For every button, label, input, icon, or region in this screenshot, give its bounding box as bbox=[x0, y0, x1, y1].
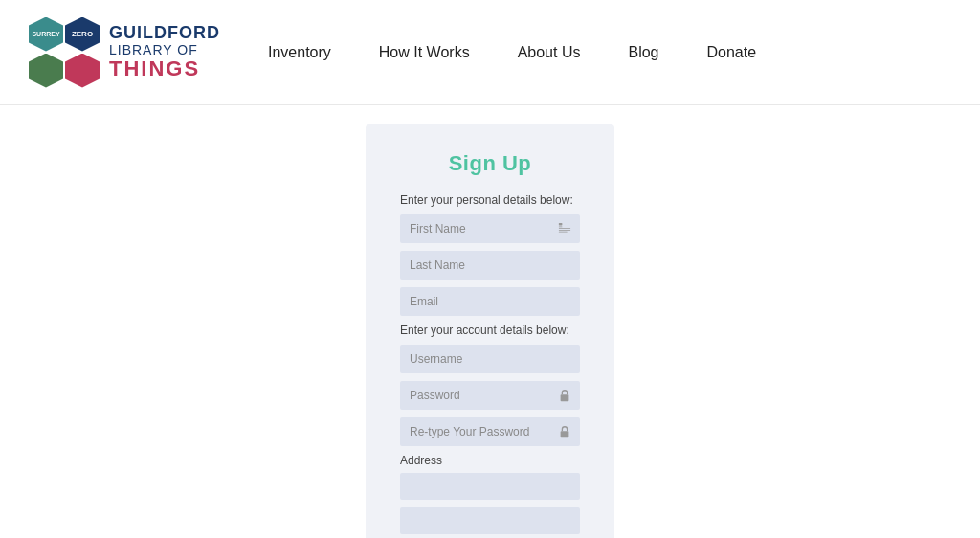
lock-icon bbox=[557, 388, 572, 403]
main-content: Sign Up Enter your personal details belo… bbox=[0, 105, 980, 538]
logo-library: LIBRARY OF bbox=[109, 43, 220, 57]
signup-card: Sign Up Enter your personal details belo… bbox=[366, 124, 614, 538]
svg-rect-5 bbox=[561, 394, 569, 401]
main-nav: Inventory How It Works About Us Blog Don… bbox=[268, 44, 756, 61]
logo-things: THINGS bbox=[109, 57, 220, 80]
svg-rect-6 bbox=[561, 431, 569, 437]
email-group bbox=[400, 287, 580, 316]
address-label: Address bbox=[400, 454, 580, 467]
last-name-input[interactable] bbox=[400, 251, 580, 280]
account-details-label: Enter your account details below: bbox=[400, 324, 580, 337]
logo-hexagons: SURREY ZERO bbox=[29, 17, 100, 88]
hex-surrey: SURREY bbox=[29, 17, 63, 52]
hex-pink bbox=[65, 54, 100, 88]
retype-password-group bbox=[400, 417, 580, 446]
email-input[interactable] bbox=[400, 287, 580, 316]
retype-password-input[interactable] bbox=[400, 417, 580, 446]
nav-about-us[interactable]: About Us bbox=[518, 44, 581, 61]
logo-guildford: GUILDFORD bbox=[109, 24, 220, 43]
signup-title: Sign Up bbox=[400, 151, 580, 176]
svg-rect-2 bbox=[559, 228, 570, 229]
site-header: SURREY ZERO GUILDFORD LIBRARY OF THINGS … bbox=[0, 0, 980, 105]
nav-donate[interactable]: Donate bbox=[706, 44, 756, 61]
svg-rect-3 bbox=[559, 230, 570, 231]
svg-rect-0 bbox=[559, 223, 563, 226]
first-name-input[interactable] bbox=[400, 214, 580, 243]
password-input[interactable] bbox=[400, 381, 580, 410]
hex-green bbox=[29, 54, 63, 88]
address-input-1[interactable] bbox=[400, 473, 580, 500]
nav-inventory[interactable]: Inventory bbox=[268, 44, 331, 61]
svg-rect-4 bbox=[559, 232, 568, 233]
username-group bbox=[400, 345, 580, 373]
last-name-group bbox=[400, 251, 580, 280]
lock2-icon bbox=[557, 424, 572, 439]
username-input[interactable] bbox=[400, 345, 580, 373]
nav-how-it-works[interactable]: How It Works bbox=[379, 44, 470, 61]
hex-zero: ZERO bbox=[65, 17, 100, 52]
logo: SURREY ZERO GUILDFORD LIBRARY OF THINGS bbox=[29, 17, 220, 88]
nav-blog[interactable]: Blog bbox=[628, 44, 658, 61]
first-name-group bbox=[400, 214, 580, 243]
svg-rect-1 bbox=[559, 226, 563, 227]
personal-details-label: Enter your personal details below: bbox=[400, 193, 580, 207]
person-icon bbox=[557, 221, 572, 236]
address-input-2[interactable] bbox=[400, 507, 580, 534]
password-group bbox=[400, 381, 580, 410]
logo-text: GUILDFORD LIBRARY OF THINGS bbox=[109, 24, 220, 80]
